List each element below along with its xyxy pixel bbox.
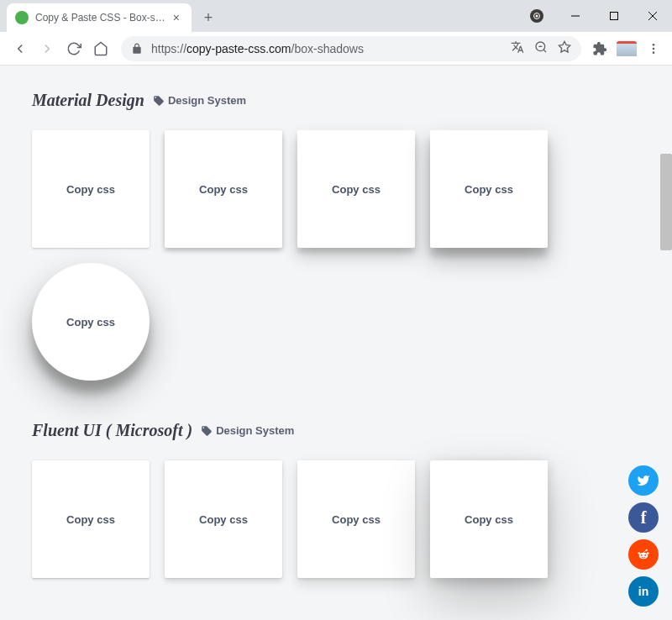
svg-rect-0 xyxy=(18,14,25,21)
shadow-card[interactable]: Copy css xyxy=(165,130,282,248)
window-minimize-button[interactable] xyxy=(556,0,595,32)
bookmark-star-icon[interactable] xyxy=(558,40,571,56)
section-header-fluent: Fluent UI ( Microsoft ) Design System xyxy=(32,421,640,440)
nav-forward-button[interactable] xyxy=(34,35,60,62)
shadow-card[interactable]: Copy css xyxy=(430,130,548,248)
window-maximize-button[interactable] xyxy=(595,0,633,32)
social-share-float: f in xyxy=(628,465,659,607)
zoom-icon[interactable] xyxy=(534,40,548,56)
shadow-card[interactable]: Copy css xyxy=(297,460,415,578)
svg-point-3 xyxy=(536,15,538,18)
tag-icon xyxy=(201,425,213,437)
share-reddit-button[interactable] xyxy=(628,539,659,570)
svg-point-19 xyxy=(647,552,649,554)
section-title: Fluent UI ( Microsoft ) xyxy=(32,421,192,440)
tag-icon xyxy=(153,95,165,107)
share-twitter-button[interactable] xyxy=(628,465,659,496)
share-facebook-button[interactable]: f xyxy=(628,502,659,533)
nav-back-button[interactable] xyxy=(7,35,34,62)
svg-point-18 xyxy=(644,554,646,556)
cards-grid-fluent: Copy css Copy css Copy css Copy css xyxy=(32,460,640,578)
tab-title: Copy & Paste CSS - Box-shado xyxy=(35,12,170,24)
account-indicator-icon[interactable] xyxy=(517,0,556,32)
extensions-puzzle-icon[interactable] xyxy=(588,37,612,60)
design-system-tag[interactable]: Design System xyxy=(201,424,294,437)
new-tab-button[interactable]: + xyxy=(197,6,220,29)
svg-marker-11 xyxy=(559,41,570,52)
extension-store-icon[interactable] xyxy=(615,37,638,60)
shadow-card[interactable]: Copy css xyxy=(32,460,150,578)
shadow-card-circle[interactable]: Copy css xyxy=(32,263,150,381)
translate-icon[interactable] xyxy=(511,40,524,56)
share-linkedin-button[interactable]: in xyxy=(628,576,659,607)
svg-point-13 xyxy=(653,47,655,50)
lock-icon xyxy=(131,43,143,55)
shadow-card[interactable]: Copy css xyxy=(32,130,150,248)
browser-menu-button[interactable] xyxy=(642,37,665,60)
section-header-material: Material Design Design System xyxy=(32,91,640,110)
tab-strip: Copy & Paste CSS - Box-shado × + xyxy=(0,0,672,32)
address-bar[interactable]: https://copy-paste-css.com/box-shadows xyxy=(121,36,581,61)
browser-tab[interactable]: Copy & Paste CSS - Box-shado × xyxy=(7,3,192,32)
shadow-card[interactable]: Copy css xyxy=(430,460,548,578)
tab-favicon-icon xyxy=(15,11,29,24)
svg-point-20 xyxy=(638,552,640,554)
section-title: Material Design xyxy=(32,91,144,110)
svg-point-17 xyxy=(641,554,643,556)
window-close-button[interactable] xyxy=(633,0,672,32)
tab-close-button[interactable]: × xyxy=(170,11,183,24)
design-system-tag[interactable]: Design System xyxy=(153,94,246,107)
nav-home-button[interactable] xyxy=(87,35,114,62)
shadow-card[interactable]: Copy css xyxy=(165,460,282,578)
url-text: https://copy-paste-css.com/box-shadows xyxy=(151,42,364,55)
browser-toolbar: https://copy-paste-css.com/box-shadows xyxy=(0,32,672,66)
page-viewport[interactable]: Material Design Design System Copy css C… xyxy=(0,66,672,620)
svg-rect-5 xyxy=(611,13,618,20)
nav-reload-button[interactable] xyxy=(60,35,87,62)
shadow-card[interactable]: Copy css xyxy=(297,130,415,248)
svg-point-12 xyxy=(653,44,655,46)
cards-grid-material: Copy css Copy css Copy css Copy css Copy… xyxy=(32,130,640,381)
scrollbar-thumb[interactable] xyxy=(660,154,672,250)
svg-line-9 xyxy=(543,50,546,52)
svg-point-14 xyxy=(653,51,655,54)
